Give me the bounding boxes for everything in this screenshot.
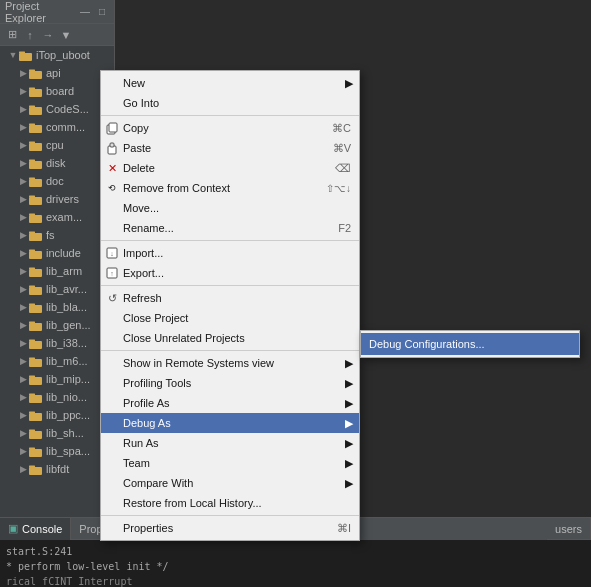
list-item[interactable]: ▶ comm... — [0, 118, 114, 136]
tab-users[interactable]: users — [547, 518, 591, 540]
console-line-3: rical fCINT Interrupt — [6, 574, 585, 587]
list-item[interactable]: ▶ lib_i38... — [0, 334, 114, 352]
svg-rect-5 — [29, 87, 35, 89]
list-item[interactable]: ▶ libfdt — [0, 460, 114, 478]
svg-rect-21 — [29, 231, 35, 233]
menu-item-move[interactable]: Move... — [101, 198, 359, 218]
view-menu-icon[interactable]: ▼ — [58, 27, 74, 43]
menu-item-refresh-label: Refresh — [123, 292, 162, 304]
menu-item-profiling[interactable]: Profiling Tools ▶ — [101, 373, 359, 393]
minimize-icon[interactable]: — — [78, 5, 92, 19]
list-item[interactable]: ▶ disk — [0, 154, 114, 172]
list-item[interactable]: ▶ board — [0, 82, 114, 100]
folder-icon — [29, 409, 43, 421]
menu-item-remove-context[interactable]: ⟲ Remove from Context ⇧⌥↓ — [101, 178, 359, 198]
tree-root-item[interactable]: ▼ iTop_uboot — [0, 46, 114, 64]
menu-item-go-into[interactable]: Go Into — [101, 93, 359, 113]
svg-rect-4 — [29, 89, 42, 97]
svg-rect-33 — [29, 339, 35, 341]
menu-item-properties[interactable]: Properties ⌘I — [101, 518, 359, 538]
list-item[interactable]: ▶ fs — [0, 226, 114, 244]
list-item[interactable]: ▶ lib_spa... — [0, 442, 114, 460]
copy-shortcut: ⌘C — [332, 122, 351, 135]
list-item[interactable]: ▶ exam... — [0, 208, 114, 226]
maximize-icon[interactable]: □ — [95, 5, 109, 19]
menu-item-compare-with[interactable]: Compare With ▶ — [101, 473, 359, 493]
menu-item-move-label: Move... — [123, 202, 159, 214]
list-item[interactable]: ▶ api — [0, 64, 114, 82]
list-item[interactable]: ▶ doc — [0, 172, 114, 190]
tree-item-label: drivers — [46, 193, 79, 205]
tree-item-label: comm... — [46, 121, 85, 133]
tree-item-label: lib_nio... — [46, 391, 87, 403]
svg-rect-19 — [29, 213, 35, 215]
menu-item-close-unrelated[interactable]: Close Unrelated Projects — [101, 328, 359, 348]
console-tab-icon: ▣ — [8, 522, 18, 535]
menu-item-properties-label: Properties — [123, 522, 173, 534]
submenu-arrow-icon: ▶ — [345, 77, 353, 90]
panel-title: Project Explorer — [5, 0, 78, 24]
list-item[interactable]: ▶ include — [0, 244, 114, 262]
menu-item-paste[interactable]: Paste ⌘V — [101, 138, 359, 158]
menu-item-profile-as[interactable]: Profile As ▶ — [101, 393, 359, 413]
new-window-icon[interactable]: → — [40, 27, 56, 43]
list-item[interactable]: ▶ lib_sh... — [0, 424, 114, 442]
tree-item-label: lib_mip... — [46, 373, 90, 385]
tab-console[interactable]: ▣ Console — [0, 518, 71, 540]
svg-rect-39 — [29, 393, 35, 395]
menu-separator-1 — [101, 115, 359, 116]
paste-shortcut: ⌘V — [333, 142, 351, 155]
link-editor-icon[interactable]: ↑ — [22, 27, 38, 43]
list-item[interactable]: ▶ lib_bla... — [0, 298, 114, 316]
menu-item-restore-history[interactable]: Restore from Local History... — [101, 493, 359, 513]
menu-item-debug-configurations[interactable]: Debug Configurations... — [361, 333, 579, 355]
svg-rect-1 — [19, 51, 25, 53]
list-item[interactable]: ▶ CodeS... — [0, 100, 114, 118]
list-item[interactable]: ▶ lib_mip... — [0, 370, 114, 388]
list-item[interactable]: ▶ lib_avr... — [0, 280, 114, 298]
menu-item-new[interactable]: New ▶ — [101, 73, 359, 93]
menu-item-debug-as-label: Debug As — [123, 417, 171, 429]
svg-rect-2 — [29, 71, 42, 79]
menu-item-export[interactable]: ↑ Export... — [101, 263, 359, 283]
menu-item-team[interactable]: Team ▶ — [101, 453, 359, 473]
list-item[interactable]: ▶ lib_gen... — [0, 316, 114, 334]
svg-rect-20 — [29, 233, 42, 241]
menu-item-run-as[interactable]: Run As ▶ — [101, 433, 359, 453]
list-item[interactable]: ▶ lib_nio... — [0, 388, 114, 406]
svg-text:↓: ↓ — [110, 250, 114, 257]
svg-rect-29 — [29, 303, 35, 305]
list-item[interactable]: ▶ lib_arm — [0, 262, 114, 280]
svg-rect-32 — [29, 341, 42, 349]
remove-context-shortcut: ⇧⌥↓ — [326, 183, 351, 194]
run-as-arrow-icon: ▶ — [345, 437, 353, 450]
folder-icon — [29, 391, 43, 403]
svg-rect-7 — [29, 105, 35, 107]
list-item[interactable]: ▶ cpu — [0, 136, 114, 154]
menu-item-refresh[interactable]: ↺ Refresh — [101, 288, 359, 308]
folder-icon — [29, 427, 43, 439]
tree-expand-arrow: ▶ — [18, 410, 28, 420]
folder-icon — [29, 103, 43, 115]
svg-text:↑: ↑ — [110, 270, 114, 277]
collapse-all-icon[interactable]: ⊞ — [4, 27, 20, 43]
menu-item-compare-with-label: Compare With — [123, 477, 193, 489]
menu-item-show-remote[interactable]: Show in Remote Systems view ▶ — [101, 353, 359, 373]
menu-item-debug-as[interactable]: Debug As ▶ — [101, 413, 359, 433]
menu-item-rename[interactable]: Rename... F2 — [101, 218, 359, 238]
list-item[interactable]: ▶ drivers — [0, 190, 114, 208]
menu-item-copy[interactable]: Copy ⌘C — [101, 118, 359, 138]
menu-item-close-project[interactable]: Close Project — [101, 308, 359, 328]
svg-rect-16 — [29, 197, 42, 205]
svg-rect-18 — [29, 215, 42, 223]
tree-item-label: lib_avr... — [46, 283, 87, 295]
tree-expand-arrow: ▶ — [18, 302, 28, 312]
menu-item-delete[interactable]: ✕ Delete ⌫ — [101, 158, 359, 178]
svg-rect-46 — [29, 467, 42, 475]
list-item[interactable]: ▶ lib_m6... — [0, 352, 114, 370]
toolbar-row: ⊞ ↑ → ▼ — [0, 24, 114, 46]
folder-icon — [29, 229, 43, 241]
menu-item-import[interactable]: ↓ Import... — [101, 243, 359, 263]
list-item[interactable]: ▶ lib_ppc... — [0, 406, 114, 424]
tree-item-label: board — [46, 85, 74, 97]
